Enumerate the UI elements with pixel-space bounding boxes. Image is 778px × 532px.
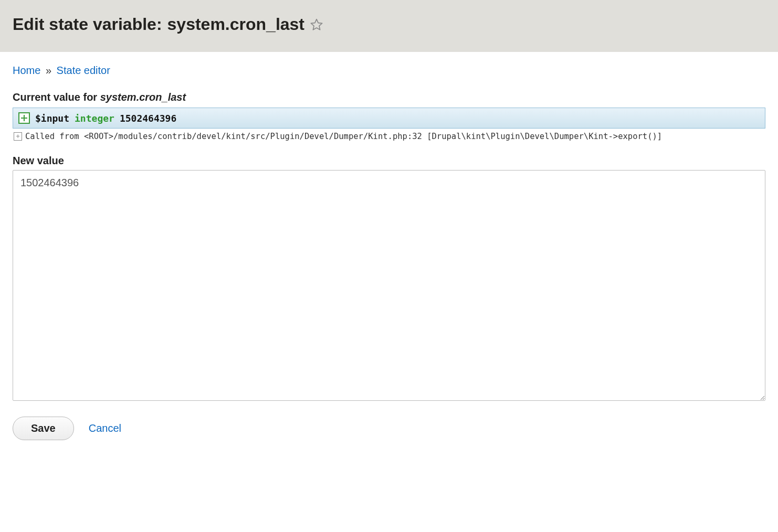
star-icon[interactable] — [310, 18, 323, 31]
header-bar: Edit state variable: system.cron_last — [0, 0, 778, 52]
breadcrumb-separator: » — [46, 65, 51, 76]
new-value-label: New value — [13, 155, 765, 167]
page-title-variable: system.cron_last — [167, 15, 304, 34]
page-title: Edit state variable: system.cron_last — [13, 15, 323, 34]
breadcrumb-home[interactable]: Home — [13, 65, 40, 76]
save-button[interactable]: Save — [13, 417, 74, 440]
called-from-text: Called from <ROOT>/modules/contrib/devel… — [25, 132, 662, 141]
kint-varname: $input — [35, 113, 69, 124]
kint-dump-row[interactable]: $input integer 1502464396 — [13, 108, 765, 129]
kint-value: 1502464396 — [120, 113, 176, 124]
expand-icon[interactable]: + — [14, 132, 22, 141]
new-value-textarea[interactable] — [13, 170, 765, 401]
current-value-varname: system.cron_last — [100, 91, 186, 103]
called-from-row[interactable]: + Called from <ROOT>/modules/contrib/dev… — [13, 129, 765, 141]
breadcrumb-state-editor[interactable]: State editor — [57, 65, 110, 76]
form-actions: Save Cancel — [13, 417, 765, 440]
breadcrumb: Home » State editor — [13, 65, 765, 77]
current-value-label-prefix: Current value for — [13, 91, 100, 103]
kint-type: integer — [75, 113, 114, 124]
page-title-prefix: Edit state variable: — [13, 15, 162, 34]
content: Home » State editor Current value for sy… — [0, 52, 778, 453]
expand-icon[interactable] — [18, 112, 30, 124]
current-value-label: Current value for system.cron_last — [13, 91, 765, 103]
svg-marker-0 — [311, 19, 322, 29]
cancel-link[interactable]: Cancel — [89, 422, 121, 434]
